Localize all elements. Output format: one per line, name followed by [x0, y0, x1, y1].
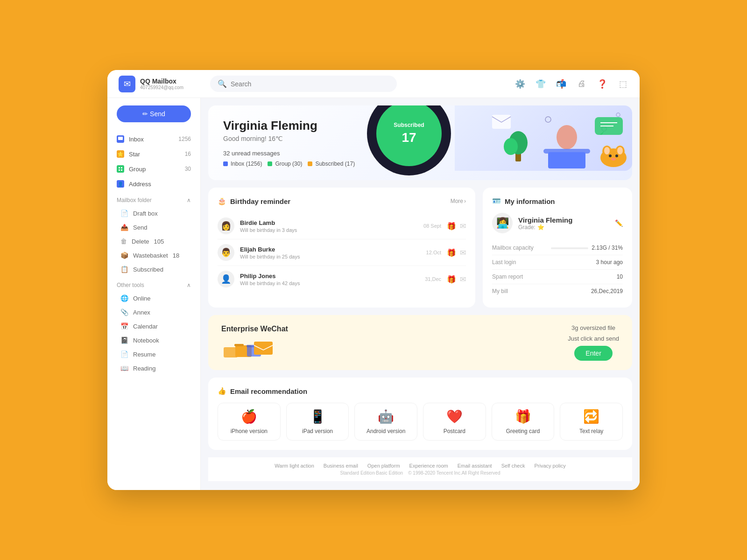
birthday-item-0: 👩 Birdie Lamb Will be birthday in 3 days… [218, 213, 466, 239]
reading-icon: 📖 [120, 364, 128, 372]
footer-link-assistant[interactable]: Email assistant [458, 463, 492, 469]
group-nav-label: Group [129, 166, 146, 173]
enterprise-desc2: Just click and send [568, 335, 619, 342]
help-icon[interactable]: ❓ [597, 78, 608, 90]
draft-label: Draft box [133, 210, 158, 217]
svg-rect-33 [254, 342, 273, 355]
sidebar-item-annex[interactable]: 📎 Annex [107, 305, 200, 319]
login-label: Last login [492, 259, 516, 266]
more-link[interactable]: More › [451, 198, 466, 204]
content-area: Virginia Fleming Good morning! 16℃ 32 un… [201, 98, 640, 490]
svg-rect-3 [121, 167, 122, 168]
sidebar-item-calendar[interactable]: 📅 Calendar [107, 319, 200, 333]
sidebar-item-notebook[interactable]: 📓 Notebook [107, 333, 200, 347]
info-row-capacity: Mailbox capacity 2.13G / 31% [492, 241, 623, 255]
birthday-days-1: Will be birthday in 25 days [240, 254, 421, 259]
footer-link-selfcheck[interactable]: Self check [501, 463, 525, 469]
mail-action-1[interactable]: ✉ [460, 248, 466, 257]
svg-rect-30 [224, 347, 238, 357]
sidebar-item-send[interactable]: 📤 Send [107, 220, 200, 234]
rec-item-postcard[interactable]: ❤️ Postcard [423, 403, 486, 441]
edit-icon[interactable]: ✏️ [615, 219, 623, 227]
wastebasket-label: Wastebasket [133, 252, 168, 259]
calendar-label: Calendar [133, 323, 158, 330]
app-title: QQ Mailbox [140, 77, 183, 85]
birthday-info-0: Birdie Lamb Will be birthday in 3 days [240, 219, 418, 233]
fold-icon[interactable]: ∧ [187, 197, 191, 203]
recommendation-title-icon: 👍 [218, 387, 226, 395]
footer-link-experience[interactable]: Experience room [409, 463, 448, 469]
middle-row: 🎂 Birthday reminder More › 👩 Birdie Lamb [208, 188, 632, 308]
birthday-title-text: Birthday reminder [230, 197, 290, 205]
birthday-name-1: Elijah Burke [240, 246, 421, 253]
logout-icon[interactable]: ⬚ [617, 78, 628, 90]
rec-item-android[interactable]: 🤖 Android version [354, 403, 417, 441]
info-user-row: 👩‍💻 Virginia Fleming Grade: ⭐ ✏️ [492, 213, 623, 233]
other-tools-title: Other tools [117, 282, 144, 288]
sidebar-item-wastebasket[interactable]: 📦 Wastebasket 18 [107, 248, 200, 262]
inbox-badge-dot [223, 161, 228, 166]
sidebar-item-subscribed[interactable]: 📋 Subscribed [107, 262, 200, 276]
inbox-icon[interactable]: 📬 [556, 78, 567, 90]
enterprise-card: Enterprise WeChat [208, 315, 632, 370]
sidebar-item-delete[interactable]: 🗑 Delete 105 [107, 234, 200, 248]
svg-rect-29 [234, 344, 244, 346]
header: ✉ QQ Mailbox 407259924@qq.com 🔍 ⚙️ 👕 📬 🖨… [107, 70, 640, 98]
delete-icon: 🗑 [120, 238, 127, 245]
gift-action-1[interactable]: 🎁 [447, 248, 456, 257]
android-icon: 🤖 [378, 409, 394, 424]
gear-icon[interactable]: ⚙️ [514, 78, 526, 90]
sidebar: ✏ Send Inbox 1256 ⭐ Star 16 Group 30 [107, 98, 201, 490]
info-row-bill: My bill 26,Dec,2019 [492, 284, 623, 298]
address-nav-icon: 👤 [117, 180, 124, 188]
footer-edition: Standard Edition·Basic Edition [340, 470, 403, 476]
mail-action-2[interactable]: ✉ [460, 275, 466, 284]
enter-button[interactable]: Enter [574, 346, 612, 361]
grade-star-icon: ⭐ [537, 224, 544, 231]
enterprise-title: Enterprise WeChat [221, 325, 560, 333]
notebook-label: Notebook [133, 337, 159, 344]
reading-label: Reading [133, 365, 155, 372]
printer-icon[interactable]: 🖨 [576, 78, 587, 90]
wastebasket-icon: 📦 [120, 252, 128, 259]
footer-link-privacy[interactable]: Privacy policy [534, 463, 565, 469]
send-button[interactable]: ✏ Send [117, 105, 191, 122]
mail-action-0[interactable]: ✉ [460, 222, 466, 231]
resume-icon: 📄 [120, 350, 128, 358]
recommendation-title: 👍 Email recommendation [218, 387, 623, 395]
fold-tools-icon[interactable]: ∧ [187, 282, 191, 288]
shirt-icon[interactable]: 👕 [535, 78, 546, 90]
rec-item-iphone[interactable]: 🍎 iPhone version [218, 403, 281, 441]
avatar-2: 👤 [218, 271, 234, 287]
search-input[interactable] [231, 80, 389, 88]
sidebar-item-resume[interactable]: 📄 Resume [107, 347, 200, 361]
sidebar-item-address[interactable]: 👤 Address [107, 176, 200, 191]
rec-item-textrelay[interactable]: 🔁 Text relay [560, 403, 623, 441]
footer-link-open[interactable]: Open platform [367, 463, 400, 469]
sidebar-item-star[interactable]: ⭐ Star 16 [107, 147, 200, 161]
ipad-icon: 📱 [310, 409, 326, 424]
search-bar[interactable]: 🔍 [210, 76, 397, 92]
rec-item-greeting[interactable]: 🎁 Greeting card [492, 403, 555, 441]
gift-action-2[interactable]: 🎁 [447, 275, 456, 284]
annex-label: Annex [133, 309, 150, 316]
enterprise-content: Enterprise WeChat [221, 325, 560, 360]
rec-item-ipad[interactable]: 📱 iPad version [286, 403, 349, 441]
subscribed-badge-label: Subscribed (17) [315, 161, 355, 167]
sidebar-item-group[interactable]: Group 30 [107, 161, 200, 176]
sidebar-item-reading[interactable]: 📖 Reading [107, 361, 200, 375]
send-folder-label: Send [133, 224, 147, 231]
online-label: Online [133, 295, 151, 302]
enterprise-desc1: 3g oversized file [568, 324, 619, 331]
footer-link-warm[interactable]: Warm light action [275, 463, 314, 469]
footer-link-business[interactable]: Business email [324, 463, 358, 469]
mailbox-folder-title: Mailbox folder [117, 197, 152, 203]
sidebar-item-inbox[interactable]: Inbox 1256 [107, 132, 200, 147]
group-badge-dot [268, 161, 272, 166]
sidebar-item-draft[interactable]: 📄 Draft box [107, 206, 200, 220]
gift-action-0[interactable]: 🎁 [447, 222, 456, 231]
birthday-actions-0: 🎁 ✉ [447, 222, 466, 231]
inbox-count: 1256 [178, 136, 191, 142]
birthday-title: 🎂 Birthday reminder [218, 197, 290, 205]
sidebar-item-online[interactable]: 🌐 Online [107, 291, 200, 305]
